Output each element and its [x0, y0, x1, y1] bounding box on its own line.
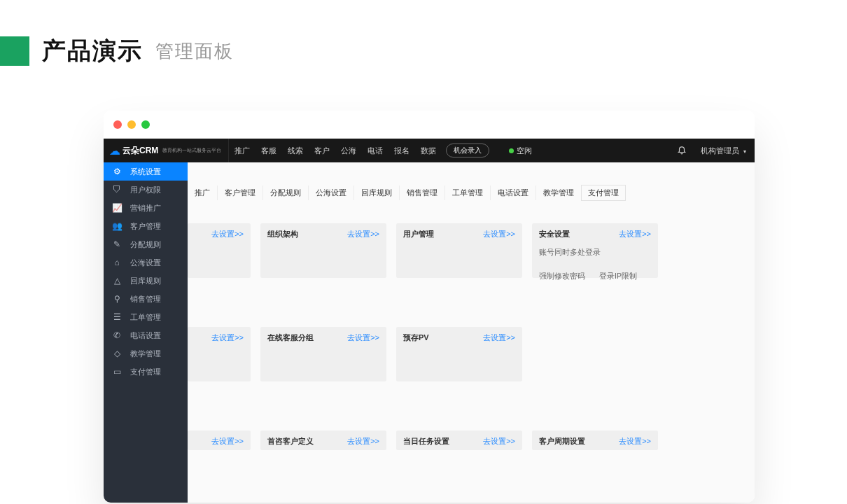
card-row: 去设置>> 首咨客户定义 去设置>> 当日任务设置 去设置>> 客户周期设置 去… [188, 430, 755, 450]
card-link[interactable]: 去设置>> [619, 229, 651, 239]
bell-icon[interactable] [677, 145, 687, 157]
card-link[interactable]: 去设置>> [483, 229, 515, 239]
card-subitem[interactable]: 登录IP限制 [599, 272, 637, 281]
settings-card-user[interactable]: 用户管理 去设置>> [396, 223, 522, 278]
sidebar-item-teaching[interactable]: ◇ 教学管理 [104, 344, 188, 363]
cloud-icon: ☁ [109, 144, 120, 158]
user-menu[interactable]: 机构管理员 ▾ [701, 146, 746, 156]
subtab-item[interactable]: 推广 [188, 186, 217, 200]
subtab-item[interactable]: 工单管理 [444, 186, 490, 200]
card-link[interactable]: 去设置>> [211, 229, 244, 239]
sidebar-item-user-permissions[interactable]: ⛉ 用户权限 [104, 181, 188, 199]
tag-icon: ◇ [112, 349, 122, 358]
card-link[interactable]: 去设置>> [347, 229, 379, 239]
settings-card[interactable]: 去设置>> [188, 327, 251, 382]
topnav-item[interactable]: 客户 [314, 146, 330, 156]
sidebar-item-sales[interactable]: ⚲ 销售管理 [104, 290, 188, 308]
settings-card[interactable]: 去设置>> [188, 223, 251, 278]
sidebar-item-phone[interactable]: ✆ 电话设置 [104, 326, 188, 344]
sidebar-item-return-rules[interactable]: △ 回库规则 [104, 272, 188, 290]
subtab-item[interactable]: 教学管理 [536, 186, 581, 200]
chevron-down-icon: ▾ [743, 148, 746, 155]
sidebar-item-customers[interactable]: 👥 客户管理 [104, 217, 188, 235]
card-row: 去设置>> 组织架构 去设置>> 用户管理 去设置>> 安全设置 去设置>> [188, 223, 755, 278]
settings-card-prestore-pv[interactable]: 预存PV 去设置>> [396, 327, 522, 382]
card-link[interactable]: 去设置>> [211, 436, 244, 447]
card-link[interactable]: 去设置>> [483, 332, 515, 343]
settings-icon: ⚙ [112, 167, 122, 176]
status-indicator[interactable]: 空闲 [509, 146, 532, 156]
slide-title: 产品演示 管理面板 [0, 35, 234, 67]
settings-card-security[interactable]: 安全设置 去设置>> 账号同时多处登录 强制修改密码 登录IP限制 [532, 223, 658, 278]
sidebar: ⚙ 系统设置 ⛉ 用户权限 📈 营销推广 👥 客户管理 ✎ 分配规则 ⌂ 公海设 [104, 162, 188, 503]
card-link[interactable]: 去设置>> [619, 436, 651, 447]
accent-square [0, 36, 29, 66]
app-body: ⚙ 系统设置 ⛉ 用户权限 📈 营销推广 👥 客户管理 ✎ 分配规则 ⌂ 公海设 [104, 162, 755, 503]
settings-card[interactable]: 去设置>> [188, 430, 251, 450]
brand-subtext: 教育机构一站式服务云平台 [162, 148, 221, 153]
settings-card-org[interactable]: 组织架构 去设置>> [260, 223, 386, 278]
content: 推广 客户管理 分配规则 公海设置 回库规则 销售管理 工单管理 电话设置 教学… [188, 162, 755, 503]
pencil-icon: ✎ [112, 239, 122, 249]
subtab-item[interactable]: 客户管理 [217, 186, 262, 200]
sidebar-item-label: 电话设置 [130, 330, 161, 341]
traffic-light-maximize[interactable] [141, 120, 150, 129]
sidebar-item-label: 营销推广 [130, 203, 161, 214]
card-icon: ▭ [112, 367, 122, 377]
topnav-item[interactable]: 推广 [234, 146, 250, 156]
topnav-item[interactable]: 客服 [261, 146, 276, 156]
list-icon: ☰ [112, 312, 122, 322]
slide-title-main: 产品演示 [42, 35, 143, 67]
sidebar-item-label: 系统设置 [130, 167, 161, 177]
card-link[interactable]: 去设置>> [483, 436, 515, 447]
subtab-item[interactable]: 回库规则 [354, 186, 399, 200]
topnav-item[interactable]: 公海 [341, 146, 356, 156]
settings-card-online-group[interactable]: 在线客服分组 去设置>> [260, 327, 386, 382]
home-icon: ⌂ [112, 258, 122, 267]
card-subitem[interactable]: 账号同时多处登录 [539, 248, 601, 258]
subtab-item[interactable]: 电话设置 [490, 186, 536, 200]
subtab-item[interactable]: 公海设置 [308, 186, 354, 200]
subtabs: 推广 客户管理 分配规则 公海设置 回库规则 销售管理 工单管理 电话设置 教学… [188, 176, 755, 209]
settings-card-first-consult[interactable]: 首咨客户定义 去设置>> [260, 430, 386, 450]
card-link[interactable]: 去设置>> [347, 436, 379, 447]
subtab-item[interactable]: 分配规则 [262, 186, 308, 200]
sidebar-item-payment[interactable]: ▭ 支付管理 [104, 363, 188, 381]
sidebar-item-label: 支付管理 [130, 367, 161, 377]
sidebar-item-label: 工单管理 [130, 312, 161, 323]
sidebar-item-label: 教学管理 [130, 349, 161, 359]
settings-card-daily-task[interactable]: 当日任务设置 去设置>> [396, 430, 522, 450]
card-link[interactable]: 去设置>> [347, 332, 379, 343]
brand[interactable]: ☁ 云朵CRM 教育机构一站式服务云平台 [104, 139, 229, 162]
user-label: 机构管理员 [701, 146, 739, 155]
status-label: 空闲 [517, 146, 532, 156]
topnav-item[interactable]: 电话 [368, 146, 383, 156]
search-icon: ⚲ [112, 294, 122, 304]
record-entry-button[interactable]: 机会录入 [446, 144, 489, 158]
sidebar-item-system-settings[interactable]: ⚙ 系统设置 [104, 162, 188, 181]
settings-card-customer-cycle[interactable]: 客户周期设置 去设置>> [532, 430, 658, 450]
subtab-item[interactable]: 销售管理 [399, 186, 444, 200]
sidebar-item-label: 用户权限 [130, 185, 161, 195]
sidebar-item-tickets[interactable]: ☰ 工单管理 [104, 308, 188, 326]
topnav-item[interactable]: 报名 [394, 146, 410, 156]
sidebar-item-label: 客户管理 [130, 221, 161, 232]
brand-text: 云朵CRM [122, 145, 158, 157]
status-dot-icon [509, 148, 514, 153]
sidebar-item-marketing[interactable]: 📈 营销推广 [104, 199, 188, 217]
window-titlebar [104, 111, 755, 139]
triangle-icon: △ [112, 276, 122, 286]
shield-icon: ⛉ [112, 185, 122, 195]
sidebar-item-public-sea[interactable]: ⌂ 公海设置 [104, 253, 188, 272]
card-subitems: 账号同时多处登录 强制修改密码 登录IP限制 [539, 248, 651, 281]
sidebar-item-label: 回库规则 [130, 276, 161, 286]
subtab-item[interactable]: 支付管理 [581, 185, 626, 201]
topnav-item[interactable]: 数据 [421, 146, 436, 156]
traffic-light-close[interactable] [113, 120, 122, 129]
card-link[interactable]: 去设置>> [211, 332, 244, 343]
card-subitem[interactable]: 强制修改密码 [539, 272, 585, 281]
chart-icon: 📈 [112, 203, 122, 213]
sidebar-item-assign-rules[interactable]: ✎ 分配规则 [104, 235, 188, 253]
traffic-light-minimize[interactable] [127, 120, 136, 129]
topnav-item[interactable]: 线索 [288, 146, 303, 156]
